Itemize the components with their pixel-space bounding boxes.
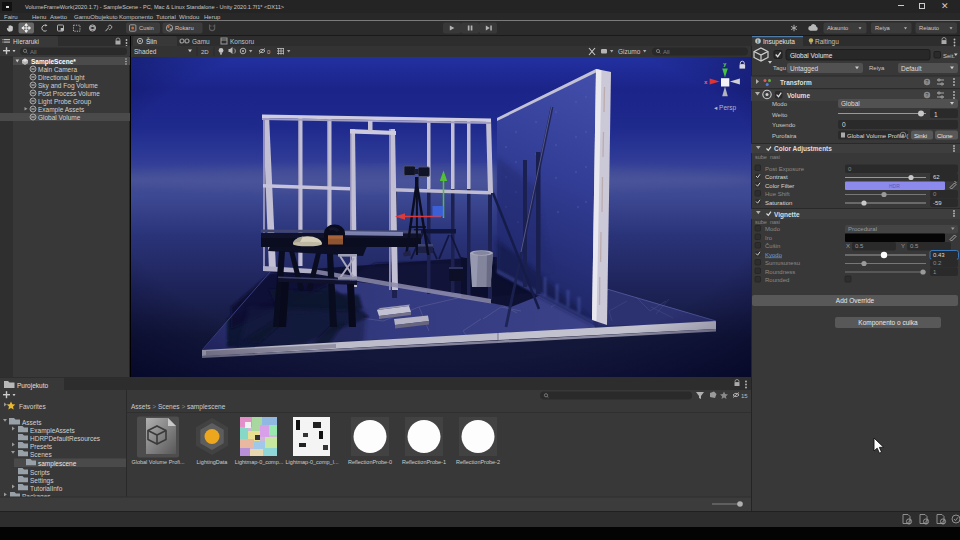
- svg-text:Global: Global: [841, 100, 860, 107]
- svg-text:1: 1: [934, 111, 938, 118]
- svg-text:ReflectionProbe-1: ReflectionProbe-1: [402, 459, 446, 465]
- svg-text:Sinki: Sinki: [914, 133, 927, 139]
- svg-text:Global Volume: Global Volume: [38, 114, 81, 121]
- svg-text:Konsoru: Konsoru: [230, 38, 255, 45]
- svg-text:Čušin: Čušin: [765, 243, 780, 249]
- svg-text:Tagu: Tagu: [773, 65, 786, 71]
- svg-text:Sky and Fog Volume: Sky and Fog Volume: [38, 82, 98, 90]
- svg-text:sube nasi: sube nasi: [755, 219, 780, 225]
- svg-text:Cusin: Cusin: [139, 25, 154, 31]
- svg-text:Vignette: Vignette: [774, 211, 800, 219]
- svg-text:Volume: Volume: [787, 92, 810, 99]
- svg-text:Transform: Transform: [780, 79, 812, 86]
- svg-text:0.5: 0.5: [855, 243, 864, 249]
- svg-text:TutorialInfo: TutorialInfo: [30, 485, 63, 492]
- svg-text:Sumusunesu: Sumusunesu: [765, 260, 800, 266]
- svg-text:Shaded: Shaded: [134, 48, 157, 55]
- svg-text:Purofaira: Purofaira: [772, 133, 797, 139]
- svg-text:Rounded: Rounded: [765, 277, 789, 283]
- svg-text:0.5: 0.5: [910, 243, 919, 249]
- svg-text:Gamu: Gamu: [192, 38, 210, 45]
- svg-text:Presets: Presets: [30, 443, 53, 450]
- svg-text:62: 62: [933, 174, 940, 180]
- svg-text:Global Volume: Global Volume: [790, 52, 833, 59]
- svg-text:Roundness: Roundness: [765, 269, 795, 275]
- svg-text:Yusendo: Yusendo: [772, 122, 796, 128]
- svg-text:15: 15: [741, 393, 748, 399]
- svg-text:Reiauto: Reiauto: [919, 25, 939, 31]
- svg-text:Šiin: Šiin: [146, 37, 157, 45]
- svg-text:Modo: Modo: [765, 226, 781, 232]
- svg-text:Saturation: Saturation: [765, 200, 792, 206]
- svg-text:Hieraruki: Hieraruki: [13, 38, 39, 45]
- svg-text:Raitingu: Raitingu: [815, 38, 839, 46]
- svg-text:ReflectionProbe-2: ReflectionProbe-2: [456, 459, 500, 465]
- svg-text:Reiya: Reiya: [869, 65, 885, 71]
- svg-text:Favorites: Favorites: [19, 403, 46, 410]
- svg-text:Add Override: Add Override: [836, 297, 875, 304]
- svg-text:Example Assets: Example Assets: [38, 106, 85, 114]
- svg-text:-59: -59: [933, 200, 942, 206]
- svg-text:Purojekuto: Purojekuto: [17, 382, 48, 390]
- svg-text:HDR: HDR: [889, 183, 900, 189]
- svg-text:Directional Light: Directional Light: [38, 74, 85, 82]
- svg-text:LightingData: LightingData: [197, 459, 229, 465]
- svg-text:HDRPDefaultResources: HDRPDefaultResources: [30, 435, 101, 442]
- svg-text:Default: Default: [901, 65, 922, 72]
- svg-text:Komponento o cuika: Komponento o cuika: [858, 319, 918, 327]
- svg-text:Procedural: Procedural: [848, 226, 877, 232]
- svg-text:Seit.: Seit.: [943, 53, 955, 59]
- svg-text:Light Probe Group: Light Probe Group: [38, 98, 92, 106]
- svg-text:Lightmap-0_comp...: Lightmap-0_comp...: [235, 459, 284, 465]
- svg-text:Main Camera: Main Camera: [38, 66, 77, 73]
- svg-text:Clone: Clone: [937, 133, 953, 139]
- svg-text:?: ?: [925, 79, 928, 85]
- svg-text:Insupekuta: Insupekuta: [763, 38, 795, 46]
- svg-text:Scenes: Scenes: [30, 451, 52, 458]
- svg-text:Hue Shift: Hue Shift: [765, 191, 790, 197]
- svg-text:Akaunto: Akaunto: [827, 25, 848, 31]
- svg-text:Global Volume Profi...: Global Volume Profi...: [131, 459, 185, 465]
- svg-text:ExampleAssets: ExampleAssets: [30, 427, 76, 435]
- svg-text:Scripts: Scripts: [30, 469, 51, 477]
- svg-text:Rokaru: Rokaru: [175, 25, 194, 31]
- svg-text:Iro: Iro: [765, 235, 773, 241]
- svg-text:Post Exposure: Post Exposure: [765, 166, 805, 172]
- svg-text:sube nasi: sube nasi: [755, 154, 780, 160]
- svg-text:Weito: Weito: [772, 112, 788, 118]
- svg-text:Post Process Volume: Post Process Volume: [38, 90, 100, 97]
- svg-text:Reiya: Reiya: [875, 25, 891, 31]
- svg-text:Kyodo: Kyodo: [765, 252, 783, 258]
- svg-text:2D: 2D: [201, 49, 209, 55]
- svg-text:0.43: 0.43: [933, 252, 945, 258]
- svg-text:SampleScene*: SampleScene*: [31, 58, 76, 66]
- svg-text:ReflectionProbe-0: ReflectionProbe-0: [348, 459, 392, 465]
- svg-text:Color Adjustments: Color Adjustments: [774, 145, 832, 153]
- svg-text:Color Filter: Color Filter: [765, 183, 794, 189]
- svg-text:0: 0: [267, 49, 271, 55]
- svg-text:0.2: 0.2: [933, 260, 942, 266]
- svg-text:Assets > Scenes > samplescene: Assets > Scenes > samplescene: [131, 403, 226, 411]
- svg-text:Assets: Assets: [22, 419, 42, 426]
- svg-text:All: All: [30, 49, 37, 55]
- svg-text:0: 0: [842, 121, 846, 128]
- svg-text:Gizumo: Gizumo: [618, 48, 641, 55]
- svg-text:samplescene: samplescene: [38, 460, 77, 468]
- svg-text:X: X: [846, 243, 850, 249]
- svg-text:Modo: Modo: [772, 101, 788, 107]
- svg-text:Untagged: Untagged: [790, 65, 819, 73]
- svg-text:Global Volume Profile (: Global Volume Profile (: [847, 133, 908, 139]
- svg-text:?: ?: [925, 92, 928, 98]
- svg-text:Contrast: Contrast: [765, 174, 788, 180]
- svg-text:Settings: Settings: [30, 477, 54, 485]
- svg-text:All: All: [663, 49, 670, 55]
- svg-text:◂ Persp: ◂ Persp: [714, 104, 736, 112]
- svg-text:Y: Y: [901, 243, 905, 249]
- svg-text:Lightmap-0_comp_l...: Lightmap-0_comp_l...: [286, 459, 339, 465]
